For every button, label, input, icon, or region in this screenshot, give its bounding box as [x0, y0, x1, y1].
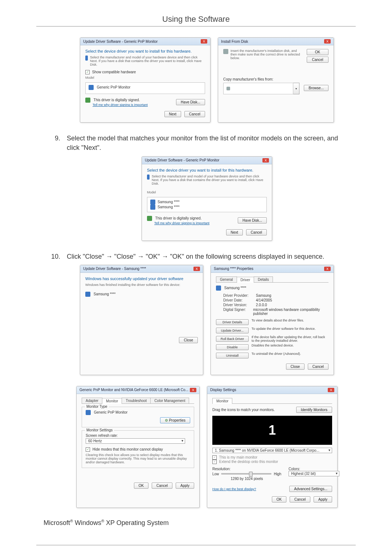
resolution-label: Resolution: — [212, 467, 281, 471]
advanced-settings-button[interactable]: Advanced Settings... — [289, 486, 332, 492]
window-titlebar: Generic PnP Monitor and NVIDIA GeForce 6… — [77, 386, 199, 394]
hide-modes-checkbox[interactable]: ✓ — [86, 447, 90, 452]
page-title: Using the Software — [162, 15, 230, 24]
browse-button[interactable]: Browse... — [304, 85, 328, 91]
uninstall-button[interactable]: Uninstall — [216, 353, 249, 358]
ok-button[interactable]: OK — [134, 483, 148, 489]
signing-link[interactable]: Tell me why driver signing is important — [154, 221, 209, 225]
disk-icon — [223, 49, 228, 54]
copy-from-label: Copy manufacturer's files from: — [223, 77, 328, 81]
model-item[interactable]: Samsung **** — [158, 200, 180, 204]
prop-key: Driver Provider: — [223, 294, 256, 297]
bottom-rule — [36, 545, 356, 545]
refresh-rate-select[interactable]: 60 Hertz — [86, 438, 185, 444]
next-button[interactable]: Next — [226, 229, 243, 235]
signed-icon — [147, 216, 152, 221]
resolution-slider[interactable] — [221, 473, 271, 475]
model-item[interactable]: Samsung **** — [158, 205, 180, 209]
screenshot-row-1: Update Driver Software - Generic PnP Mon… — [44, 37, 348, 123]
device-properties-window: Samsung **** Properties X General Driver… — [211, 265, 334, 375]
step-9: 9. Select the model that matches your mo… — [44, 134, 348, 152]
properties-button[interactable]: ⚙ Properties — [160, 417, 190, 423]
rollback-driver-button[interactable]: Roll Back Driver — [216, 336, 249, 342]
identify-monitors-button[interactable]: Identify Monitors — [296, 407, 332, 413]
cancel-button[interactable]: Cancel — [308, 364, 328, 370]
install-from-disk-window: Install From Disk X Insert the manufactu… — [218, 37, 334, 123]
cancel-button[interactable]: Cancel — [184, 111, 205, 117]
colors-select[interactable]: Highest (32 bit) — [289, 471, 339, 476]
monitor-icon — [150, 200, 155, 205]
close-button[interactable]: Close — [179, 337, 198, 343]
prop-value: 4/14/2005 — [256, 298, 272, 302]
prop-value: 2.0.0.0 — [256, 303, 267, 307]
apply-button[interactable]: Apply — [176, 483, 194, 489]
model-list[interactable]: Generic PnP Monitor — [85, 82, 205, 94]
tab-troubleshoot[interactable]: Troubleshoot — [122, 398, 151, 403]
driver-icon — [85, 56, 88, 61]
model-column-header: Model — [147, 190, 267, 194]
close-icon[interactable]: X — [328, 388, 334, 392]
have-disk-button[interactable]: Have Disk... — [176, 99, 205, 105]
close-icon[interactable]: X — [324, 39, 331, 44]
copy-from-input[interactable] — [223, 83, 293, 94]
monitor-icon — [150, 205, 155, 210]
footer-text-a: Microsoft — [44, 519, 70, 526]
monitor-select[interactable]: 1. Samsung **** on NVIDIA GeForce 6600 L… — [212, 448, 332, 453]
apply-button[interactable]: Apply — [314, 496, 332, 502]
close-icon[interactable]: X — [201, 39, 207, 44]
close-icon[interactable]: X — [190, 388, 196, 392]
close-button[interactable]: Close — [286, 364, 305, 370]
best-display-link[interactable]: How do I get the best display? — [212, 487, 256, 491]
cancel-button[interactable]: Cancel — [152, 483, 172, 489]
resolution-value: 1280 by 1024 pixels — [212, 477, 281, 481]
ok-button[interactable]: OK — [272, 496, 286, 502]
tab-general[interactable]: General — [216, 276, 237, 282]
have-disk-button[interactable]: Have Disk... — [238, 217, 267, 223]
tab-adapter[interactable]: Adapter — [82, 398, 102, 403]
driver-details-button[interactable]: Driver Details — [216, 319, 249, 325]
next-button[interactable]: Next — [164, 111, 181, 117]
tab-monitor[interactable]: Monitor — [212, 398, 232, 404]
button-description: To uninstall the driver (Advanced). — [252, 352, 328, 356]
close-icon[interactable]: X — [262, 158, 269, 163]
signing-link[interactable]: Tell me why driver signing is important — [93, 103, 148, 107]
cancel-button[interactable]: Cancel — [307, 57, 328, 63]
model-item[interactable]: Generic PnP Monitor — [97, 85, 131, 89]
registered-icon: ® — [101, 519, 104, 523]
tab-driver[interactable]: Driver — [237, 277, 254, 283]
button-description: To view details about the driver files. — [252, 319, 328, 322]
prop-value: Samsung — [256, 294, 271, 297]
step-text: Select the model that matches your monit… — [67, 134, 348, 152]
ok-button[interactable]: OK — [307, 49, 328, 55]
footer-text-b: Windows — [73, 519, 101, 526]
tab-details[interactable]: Details — [254, 276, 273, 282]
monitor-icon — [216, 286, 221, 291]
close-icon[interactable]: X — [324, 267, 331, 271]
update-driver-window-c: Update Driver Software - Generic PnP Mon… — [142, 156, 272, 241]
close-icon[interactable]: X — [193, 267, 200, 271]
model-list[interactable]: Samsung **** Samsung **** — [147, 197, 267, 212]
signed-icon — [85, 98, 90, 103]
update-driver-window-a: Update Driver Software - Generic PnP Mon… — [80, 37, 211, 123]
screenshot-row-3: Update Driver Software - Samsung **** X … — [44, 265, 348, 375]
monitor-preview[interactable]: 1 — [212, 416, 332, 445]
wizard-instructions: Select the manufacturer and model of you… — [152, 175, 267, 185]
button-description: If the device fails after updating the d… — [252, 335, 328, 342]
window-title: Samsung **** Properties — [214, 267, 253, 271]
model-column-header: Model — [85, 76, 205, 79]
tab-monitor[interactable]: Monitor — [102, 398, 122, 404]
gear-icon: ⚙ — [165, 418, 168, 422]
wizard-heading: Select the device driver you want to ins… — [85, 49, 205, 53]
success-heading: Windows has successfully updated your dr… — [85, 276, 198, 281]
compat-label: Show compatible hardware — [92, 70, 136, 74]
update-driver-button[interactable]: Update Driver... — [216, 328, 249, 333]
device-name: Samsung **** — [94, 292, 116, 296]
tab-color-management[interactable]: Color Management — [150, 398, 189, 403]
compat-checkbox[interactable]: ✓ — [85, 70, 90, 74]
disable-button[interactable]: Disable — [216, 344, 249, 350]
device-name: Samsung **** — [224, 286, 246, 290]
slider-thumb[interactable] — [249, 472, 253, 477]
cancel-button[interactable]: Cancel — [290, 496, 310, 502]
chevron-down-icon[interactable]: ▾ — [293, 83, 299, 94]
cancel-button[interactable]: Cancel — [246, 229, 267, 235]
